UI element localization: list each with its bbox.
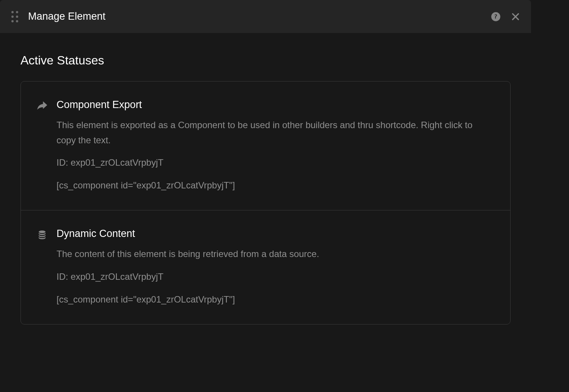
status-id-line[interactable]: ID: exp01_zrOLcatVrpbyjT: [57, 155, 494, 170]
export-icon: [37, 100, 47, 111]
dialog-title: Manage Element: [28, 11, 105, 22]
status-title: Dynamic Content: [57, 228, 494, 240]
status-body: Component Export This element is exporte…: [57, 99, 494, 193]
close-icon: [511, 12, 520, 22]
status-shortcode-line[interactable]: [cs_component id="exp01_zrOLcatVrpbyjT"]: [57, 178, 494, 193]
svg-point-3: [39, 230, 46, 233]
status-id-line[interactable]: ID: exp01_zrOLcatVrpbyjT: [57, 269, 494, 284]
help-button[interactable]: [491, 12, 501, 22]
status-body: Dynamic Content The content of this elem…: [57, 228, 494, 307]
status-list: Component Export This element is exporte…: [20, 81, 511, 325]
close-button[interactable]: [511, 12, 520, 22]
database-icon: [37, 229, 47, 240]
help-icon: [491, 12, 501, 22]
header-right: [491, 12, 520, 22]
dialog-header: Manage Element: [0, 0, 531, 33]
status-item-dynamic-content[interactable]: Dynamic Content The content of this elem…: [21, 210, 510, 324]
section-title: Active Statuses: [20, 53, 511, 67]
status-description: The content of this element is being ret…: [57, 246, 494, 262]
drag-handle-icon[interactable]: [11, 11, 18, 22]
status-title: Component Export: [57, 99, 494, 111]
status-shortcode-line[interactable]: [cs_component id="exp01_zrOLcatVrpbyjT"]: [57, 292, 494, 307]
status-item-component-export[interactable]: Component Export This element is exporte…: [21, 82, 510, 210]
dialog-content: Active Statuses Component Export This el…: [0, 33, 531, 325]
status-description: This element is exported as a Component …: [57, 118, 494, 147]
header-left: Manage Element: [11, 11, 105, 22]
dialog-wrapper: Manage Element Active Statuses: [0, 0, 569, 325]
